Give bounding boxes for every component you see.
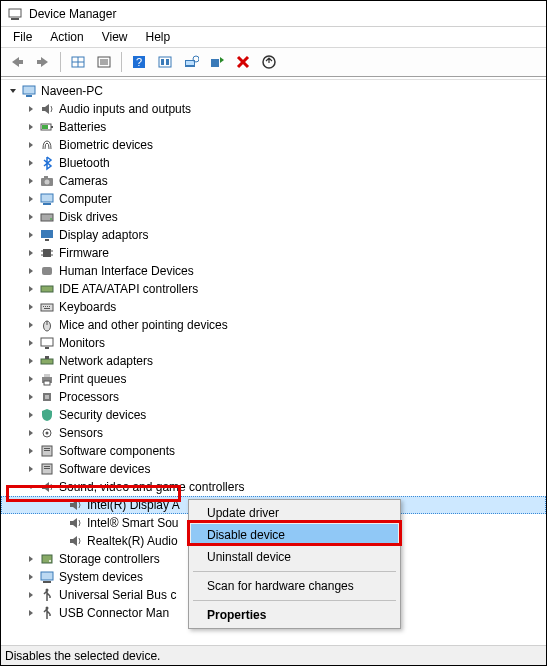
ctx-uninstall-device[interactable]: Uninstall device: [191, 546, 398, 568]
tree-root[interactable]: Naveen-PC: [1, 82, 546, 100]
tree-category[interactable]: Software devices: [1, 460, 546, 478]
tree-category[interactable]: Monitors: [1, 334, 546, 352]
expander-icon[interactable]: [25, 553, 37, 565]
tree-category[interactable]: Firmware: [1, 244, 546, 262]
expander-icon[interactable]: [25, 139, 37, 151]
tree-label: Processors: [59, 390, 119, 404]
tree-category[interactable]: Sensors: [1, 424, 546, 442]
expander-icon[interactable]: [25, 355, 37, 367]
mouse-icon: [39, 317, 55, 333]
chip-icon: [39, 245, 55, 261]
tree-category[interactable]: Computer: [1, 190, 546, 208]
expander-icon[interactable]: [25, 463, 37, 475]
menu-bar: File Action View Help: [1, 27, 546, 47]
tree-category[interactable]: Batteries: [1, 118, 546, 136]
net-icon: [39, 353, 55, 369]
expander-icon[interactable]: [25, 607, 37, 619]
computer-icon: [39, 191, 55, 207]
menu-action[interactable]: Action: [42, 28, 91, 46]
storage-icon: [39, 551, 55, 567]
shield-icon: [39, 407, 55, 423]
expander-icon[interactable]: [25, 445, 37, 457]
expander-icon[interactable]: [7, 85, 19, 97]
ctx-update-driver[interactable]: Update driver: [191, 502, 398, 524]
tree-label: Bluetooth: [59, 156, 110, 170]
menu-file[interactable]: File: [5, 28, 40, 46]
svg-rect-3: [37, 60, 41, 64]
update-driver-button[interactable]: [205, 50, 229, 74]
tree-category[interactable]: Network adapters: [1, 352, 546, 370]
expander-icon[interactable]: [25, 301, 37, 313]
tree-label: Keyboards: [59, 300, 116, 314]
tree-category[interactable]: Biometric devices: [1, 136, 546, 154]
ctx-properties[interactable]: Properties: [191, 604, 398, 626]
expander-icon[interactable]: [25, 121, 37, 133]
forward-button[interactable]: [31, 50, 55, 74]
disable-button[interactable]: [231, 50, 255, 74]
svg-rect-47: [47, 306, 48, 307]
tree-label: Universal Serial Bus c: [59, 588, 176, 602]
ctx-scan[interactable]: Scan for hardware changes: [191, 575, 398, 597]
tree-category[interactable]: IDE ATA/ATAPI controllers: [1, 280, 546, 298]
tree-category[interactable]: Software components: [1, 442, 546, 460]
finger-icon: [39, 137, 55, 153]
speaker-icon: [39, 101, 55, 117]
svg-rect-14: [161, 59, 164, 65]
keyboard-icon: [39, 299, 55, 315]
tree-category[interactable]: Audio inputs and outputs: [1, 100, 546, 118]
menu-view[interactable]: View: [94, 28, 136, 46]
uninstall-button[interactable]: [257, 50, 281, 74]
expander-icon[interactable]: [25, 247, 37, 259]
properties-button[interactable]: [92, 50, 116, 74]
back-button[interactable]: [5, 50, 29, 74]
tree-label: Batteries: [59, 120, 106, 134]
expander-icon[interactable]: [25, 337, 37, 349]
tree-label: Naveen-PC: [41, 84, 103, 98]
tree-category[interactable]: Disk drives: [1, 208, 546, 226]
tree-category[interactable]: Print queues: [1, 370, 546, 388]
tree-category[interactable]: Keyboards: [1, 298, 546, 316]
expander-icon[interactable]: [25, 481, 37, 493]
help-button[interactable]: ?: [127, 50, 151, 74]
expander-icon[interactable]: [25, 175, 37, 187]
expander-icon[interactable]: [25, 571, 37, 583]
tree-category[interactable]: Bluetooth: [1, 154, 546, 172]
menu-help[interactable]: Help: [138, 28, 179, 46]
tree-label: Software components: [59, 444, 175, 458]
expander-icon[interactable]: [25, 265, 37, 277]
expander-icon[interactable]: [25, 103, 37, 115]
tree-label: Human Interface Devices: [59, 264, 194, 278]
expander-icon[interactable]: [25, 319, 37, 331]
tree-category[interactable]: Processors: [1, 388, 546, 406]
tree-label: Print queues: [59, 372, 126, 386]
svg-rect-57: [44, 374, 50, 377]
tree-category[interactable]: Human Interface Devices: [1, 262, 546, 280]
tree-category[interactable]: Sound, video and game controllers: [1, 478, 546, 496]
svg-rect-52: [41, 338, 53, 346]
expander-icon[interactable]: [25, 283, 37, 295]
ide-icon: [39, 281, 55, 297]
context-menu: Update driver Disable device Uninstall d…: [188, 499, 401, 629]
expander-icon[interactable]: [25, 427, 37, 439]
scan-button[interactable]: [179, 50, 203, 74]
tree-category[interactable]: Display adaptors: [1, 226, 546, 244]
ctx-disable-device[interactable]: Disable device: [191, 524, 398, 546]
expander-icon[interactable]: [25, 211, 37, 223]
expander-icon: [53, 517, 65, 529]
expander-icon[interactable]: [25, 589, 37, 601]
tree-category[interactable]: Security devices: [1, 406, 546, 424]
svg-rect-68: [44, 468, 50, 469]
action-button[interactable]: [153, 50, 177, 74]
svg-rect-32: [43, 203, 51, 205]
expander-icon[interactable]: [25, 193, 37, 205]
expander-icon[interactable]: [25, 409, 37, 421]
disk-icon: [39, 209, 55, 225]
expander-icon[interactable]: [25, 391, 37, 403]
expander-icon[interactable]: [25, 157, 37, 169]
show-hidden-button[interactable]: [66, 50, 90, 74]
tree-category[interactable]: Mice and other pointing devices: [1, 316, 546, 334]
expander-icon[interactable]: [25, 373, 37, 385]
svg-rect-35: [41, 230, 53, 238]
tree-category[interactable]: Cameras: [1, 172, 546, 190]
expander-icon[interactable]: [25, 229, 37, 241]
